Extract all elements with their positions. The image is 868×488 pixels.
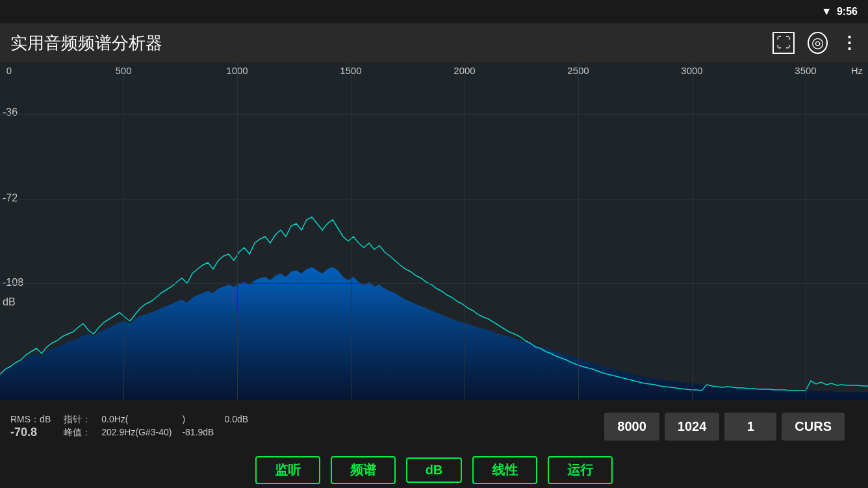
wifi-icon: ▼ — [821, 6, 832, 18]
fullscreen-icon[interactable]: ⛶ — [772, 32, 795, 54]
control-buttons: 8000 1024 1 CURS — [604, 413, 845, 441]
peak-db: -81.9dB — [182, 427, 214, 439]
pointer-db: 0.0dB — [224, 414, 248, 426]
x-label-0: 0 — [6, 65, 12, 76]
v-gridline-1 — [123, 62, 124, 400]
h-gridline-3 — [0, 283, 868, 284]
info-bar: RMS：dB -70.8 指针： 0.0Hz( ) 0.0dB 峰值： 202.… — [0, 400, 868, 452]
v-gridline-3 — [351, 62, 351, 400]
y-label-72: -72 — [3, 192, 18, 204]
pointer-hz: 0.0Hz( — [101, 414, 172, 426]
pointer-note: ) — [182, 414, 214, 426]
spectrum-button[interactable]: 频谱 — [331, 456, 396, 484]
screenshot-icon[interactable]: ◎ — [808, 32, 828, 54]
chart-container: -36 -72 -108 dB Hz 0 500 1000 1500 2000 … — [0, 62, 868, 400]
y-label-db: dB — [3, 296, 16, 308]
v-gridline-7 — [806, 62, 806, 400]
cursor-button[interactable]: CURS — [782, 413, 845, 441]
clock: 9:56 — [837, 6, 858, 18]
v-gridline-2 — [237, 62, 238, 400]
menu-icon[interactable]: ⋮ — [841, 33, 858, 53]
db-button[interactable]: dB — [406, 457, 463, 483]
rms-label: RMS：dB — [10, 414, 51, 426]
y-label-108: -108 — [3, 277, 23, 289]
hz-label: Hz — [851, 65, 863, 76]
status-bar: ▼ 9:56 — [0, 0, 868, 23]
pointer-label: 指针： — [64, 414, 91, 426]
action-bar: 监听 频谱 dB 线性 运行 — [0, 452, 868, 488]
overlap-button[interactable]: 1 — [724, 413, 776, 441]
run-button[interactable]: 运行 — [548, 456, 613, 484]
header-actions: ⛶ ◎ ⋮ — [772, 32, 858, 54]
y-label-36: -36 — [3, 107, 18, 118]
rms-section: RMS：dB -70.8 — [10, 414, 51, 439]
rms-value: -70.8 — [10, 426, 51, 439]
app-title: 实用音频频谱分析器 — [10, 32, 772, 55]
peak-hz: 202.9Hz(G#3-40) — [101, 427, 172, 439]
monitor-button[interactable]: 监听 — [255, 456, 320, 484]
v-gridline-6 — [692, 62, 693, 400]
spectrum-svg — [0, 62, 868, 400]
peak-label: 峰值： — [64, 427, 91, 439]
header: 实用音频频谱分析器 ⛶ ◎ ⋮ — [0, 23, 868, 62]
sample-rate-button[interactable]: 8000 — [604, 413, 659, 441]
fft-size-button[interactable]: 1024 — [665, 413, 720, 441]
h-gridline-1 — [0, 114, 868, 115]
v-gridline-4 — [465, 62, 465, 400]
v-gridline-5 — [578, 62, 579, 400]
h-gridline-2 — [0, 199, 868, 199]
linear-button[interactable]: 线性 — [472, 456, 537, 484]
measurement-grid: 指针： 0.0Hz( ) 0.0dB 峰值： 202.9Hz(G#3-40) -… — [64, 414, 248, 439]
